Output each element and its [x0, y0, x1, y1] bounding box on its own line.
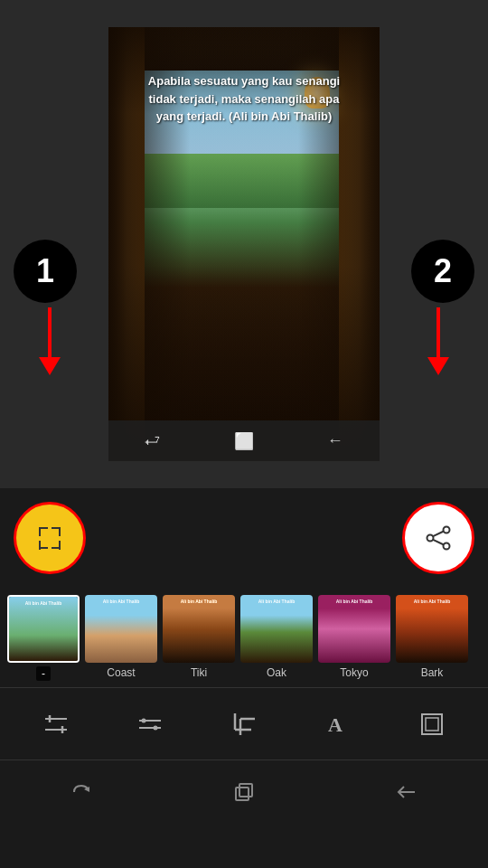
- filter-label-tiki: Tiki: [191, 666, 207, 679]
- svg-point-9: [427, 535, 434, 542]
- svg-rect-7: [59, 541, 61, 550]
- filter-item-none[interactable]: Ali bin Abi Thalib -: [7, 595, 80, 681]
- photo-nav-bar: ⮐ ⬜ ←: [108, 420, 380, 461]
- svg-rect-32: [236, 788, 249, 800]
- filter-item-bark[interactable]: Ali bin Abi Thalib Bark: [396, 595, 468, 681]
- arrow-line-2: [436, 307, 440, 357]
- mini-photo-oak: Ali bin Abi Thalib: [240, 595, 313, 663]
- quote-text: Apabila sesuatu yang kau senangi tidak t…: [145, 72, 343, 126]
- filter-thumb-tiki: Ali bin Abi Thalib: [163, 595, 235, 663]
- svg-point-10: [444, 543, 450, 550]
- svg-rect-5: [39, 541, 41, 550]
- duplicate-icon[interactable]: ⬜: [234, 431, 254, 451]
- mini-photo-tokyo: Ali bin Abi Thalib: [318, 595, 390, 663]
- arrow-head-2: [427, 357, 449, 375]
- annotation-circle-2: 2: [411, 240, 474, 303]
- filter-label-tokyo: Tokyo: [340, 666, 368, 679]
- arrow-2: [427, 307, 449, 375]
- share-button[interactable]: [402, 502, 474, 574]
- filter-thumb-none: Ali bin Abi Thalib: [7, 595, 80, 663]
- filter-label-none: -: [36, 666, 51, 681]
- svg-rect-3: [59, 527, 61, 536]
- arrow-line-1: [48, 307, 52, 357]
- action-buttons-row: [0, 488, 488, 588]
- crop-tool[interactable]: [224, 703, 265, 744]
- arrow-1: [39, 307, 61, 375]
- filter-row: Ali bin Abi Thalib - Ali bin Abi Thalib …: [0, 588, 488, 687]
- filter-thumb-oak: Ali bin Abi Thalib: [240, 595, 313, 663]
- filter-label-oak: Oak: [267, 666, 286, 679]
- svg-point-8: [444, 527, 450, 533]
- bottom-rotate-icon[interactable]: [70, 780, 93, 804]
- expand-icon: [36, 524, 63, 552]
- bottom-area: Ali bin Abi Thalib - Ali bin Abi Thalib …: [0, 488, 488, 868]
- photo-frame: Apabila sesuatu yang kau senangi tidak t…: [108, 27, 380, 461]
- svg-line-12: [433, 540, 444, 545]
- back-icon[interactable]: ←: [327, 431, 343, 450]
- share-icon: [425, 524, 452, 552]
- annotation-circle-1: 1: [14, 240, 77, 303]
- filter-item-tiki[interactable]: Ali bin Abi Thalib Tiki: [163, 595, 235, 681]
- svg-rect-1: [39, 527, 41, 536]
- svg-line-11: [433, 532, 444, 537]
- arrow-head-1: [39, 357, 61, 375]
- mini-photo-tiki: Ali bin Abi Thalib: [163, 595, 235, 663]
- filter-thumb-tokyo: Ali bin Abi Thalib: [318, 595, 390, 663]
- filter-label-bark: Bark: [421, 666, 444, 679]
- svg-text:A: A: [328, 713, 343, 736]
- bottom-nav: [0, 760, 488, 823]
- frame-tool[interactable]: [412, 703, 453, 744]
- filter-thumb-coast: Ali bin Abi Thalib: [85, 595, 157, 663]
- svg-rect-31: [239, 784, 252, 797]
- filter-settings-tool[interactable]: [130, 703, 171, 744]
- bottom-back-icon[interactable]: [395, 780, 418, 804]
- quote-overlay: Apabila sesuatu yang kau senangi tidak t…: [108, 72, 380, 126]
- expand-button[interactable]: [14, 502, 86, 574]
- text-tool[interactable]: A: [318, 703, 359, 744]
- adjust-tool[interactable]: [36, 703, 77, 744]
- main-image-area: Apabila sesuatu yang kau senangi tidak t…: [0, 0, 488, 488]
- filter-item-oak[interactable]: Ali bin Abi Thalib Oak: [240, 595, 313, 681]
- filter-label-coast: Coast: [107, 666, 135, 679]
- mini-photo-bark: Ali bin Abi Thalib: [396, 595, 468, 663]
- bottom-duplicate-icon[interactable]: [232, 780, 256, 804]
- filter-thumb-bark: Ali bin Abi Thalib: [396, 595, 468, 663]
- filter-item-tokyo[interactable]: Ali bin Abi Thalib Tokyo: [318, 595, 390, 681]
- rotate-icon[interactable]: ⮐: [145, 431, 161, 450]
- svg-rect-29: [426, 718, 438, 731]
- filter-item-coast[interactable]: Ali bin Abi Thalib Coast: [85, 595, 157, 681]
- mini-photo-none: Ali bin Abi Thalib: [9, 597, 78, 661]
- mini-photo-coast: Ali bin Abi Thalib: [85, 595, 157, 663]
- tools-row: A: [0, 687, 488, 760]
